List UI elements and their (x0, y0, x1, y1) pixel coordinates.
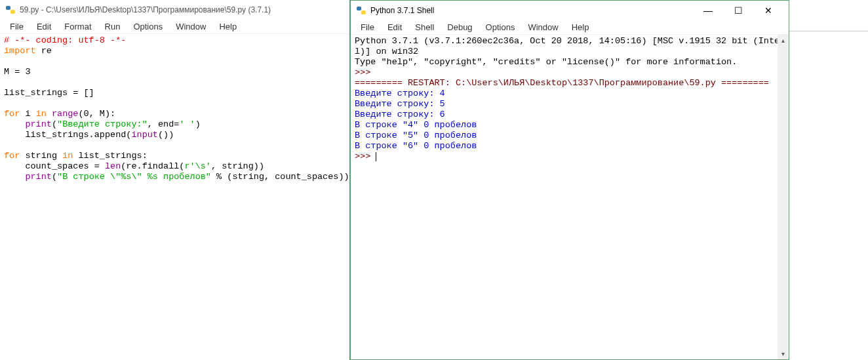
svg-rect-3 (361, 10, 366, 14)
shell-scrollbar[interactable]: ▴ ▾ (778, 35, 789, 359)
code-line (4, 77, 345, 88)
text-cursor (376, 152, 376, 161)
menu-window[interactable]: Window (522, 21, 564, 33)
menu-options[interactable]: Options (127, 20, 168, 33)
code-line: print("Введите строку:", end=' ') (4, 119, 345, 130)
python-file-icon (5, 5, 16, 15)
shell-line: В строке "4" 0 пробелов (355, 120, 785, 130)
code-line: # -*- coding: utf-8 -*- (4, 35, 345, 46)
editor-menubar: FileEditFormatRunOptionsWindowHelp (0, 20, 349, 34)
code-line: import re (4, 46, 345, 56)
shell-window: Python 3.7.1 Shell — ☐ ✕ FileEditShellDe… (350, 0, 789, 360)
menu-debug[interactable]: Debug (441, 21, 478, 33)
menu-file[interactable]: File (4, 20, 30, 33)
menu-window[interactable]: Window (170, 20, 212, 33)
code-line: for string in list_strings: (4, 151, 345, 161)
menu-edit[interactable]: Edit (31, 20, 57, 33)
code-line (4, 56, 345, 67)
shell-line: Type "help", "copyright", "credits" or "… (355, 57, 785, 68)
shell-line: В строке "5" 0 пробелов (355, 130, 785, 141)
editor-window: 59.py - C:\Users\ИЛЬЯ\Desktop\1337\Прогр… (0, 0, 350, 360)
scroll-down-icon[interactable]: ▾ (778, 348, 789, 359)
editor-code-area[interactable]: # -*- coding: utf-8 -*-import re M = 3 l… (0, 34, 349, 360)
menu-edit[interactable]: Edit (382, 21, 408, 33)
menu-help[interactable]: Help (213, 20, 243, 33)
code-line (4, 140, 345, 151)
code-line: for i in range(0, M): (4, 109, 345, 119)
close-button[interactable]: ✕ (753, 1, 783, 20)
shell-title: Python 3.7.1 Shell (370, 6, 693, 15)
code-line: count_spaces = len(re.findall(r'\s', str… (4, 161, 345, 172)
svg-rect-1 (10, 10, 15, 14)
shell-line: >>> (355, 68, 785, 78)
svg-rect-2 (357, 7, 361, 10)
shell-line: l)] on win32 (355, 47, 785, 57)
shell-line: Введите строку: 6 (355, 110, 785, 120)
menu-options[interactable]: Options (480, 21, 521, 33)
menu-format[interactable]: Format (58, 20, 97, 33)
shell-line: Введите строку: 4 (355, 89, 785, 99)
code-line (4, 98, 345, 109)
shell-line: Введите строку: 5 (355, 99, 785, 110)
code-line: list_strings = [] (4, 88, 345, 98)
background-strip (789, 0, 868, 31)
svg-rect-0 (6, 6, 10, 10)
menu-shell[interactable]: Shell (409, 21, 440, 33)
code-line: M = 3 (4, 67, 345, 77)
menu-help[interactable]: Help (566, 21, 595, 33)
python-shell-icon (356, 5, 366, 16)
menu-file[interactable]: File (355, 21, 380, 33)
maximize-button[interactable]: ☐ (723, 1, 753, 20)
editor-titlebar[interactable]: 59.py - C:\Users\ИЛЬЯ\Desktop\1337\Прогр… (0, 0, 349, 20)
shell-line: Python 3.7.1 (v3.7.1:260ec2c36a, Oct 20 … (355, 36, 785, 47)
shell-menubar: FileEditShellDebugOptionsWindowHelp (351, 20, 789, 35)
minimize-button[interactable]: — (693, 1, 723, 20)
editor-title: 59.py - C:\Users\ИЛЬЯ\Desktop\1337\Прогр… (20, 5, 344, 14)
scroll-up-icon[interactable]: ▴ (778, 35, 789, 46)
code-line: print("В строке \"%s\" %s пробелов" % (s… (4, 172, 345, 182)
shell-line: >>> (355, 151, 785, 162)
code-line: list_strings.append(input()) (4, 130, 345, 140)
shell-line: ========= RESTART: C:\Users\ИЛЬЯ\Desktop… (355, 78, 785, 89)
shell-output-area[interactable]: Python 3.7.1 (v3.7.1:260ec2c36a, Oct 20 … (351, 35, 789, 359)
window-controls: — ☐ ✕ (693, 1, 783, 20)
menu-run[interactable]: Run (99, 20, 127, 33)
shell-titlebar[interactable]: Python 3.7.1 Shell — ☐ ✕ (351, 1, 789, 20)
shell-line: В строке "6" 0 пробелов (355, 141, 785, 151)
